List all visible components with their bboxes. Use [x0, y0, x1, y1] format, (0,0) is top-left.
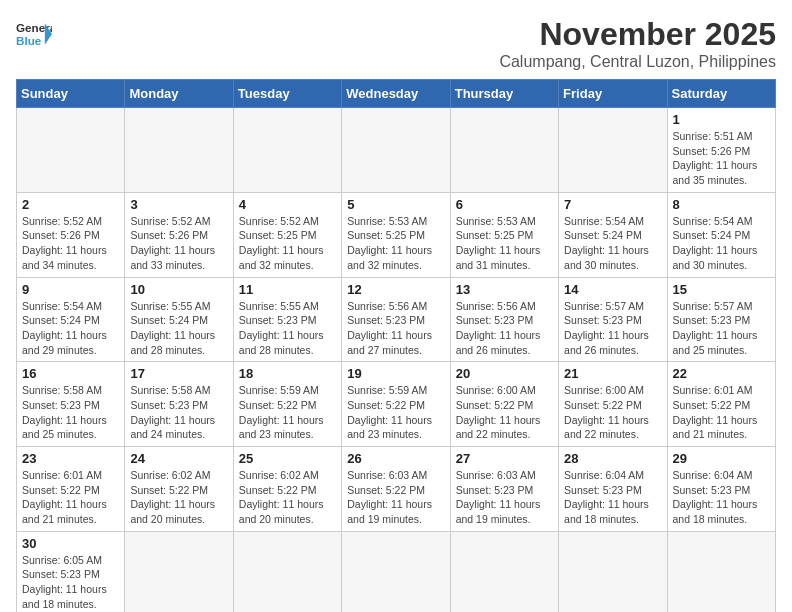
calendar-cell [450, 108, 558, 193]
calendar-cell: 16Sunrise: 5:58 AM Sunset: 5:23 PM Dayli… [17, 362, 125, 447]
day-number: 26 [347, 451, 444, 466]
day-number: 15 [673, 282, 770, 297]
calendar-cell: 8Sunrise: 5:54 AM Sunset: 5:24 PM Daylig… [667, 192, 775, 277]
day-info: Sunrise: 6:03 AM Sunset: 5:22 PM Dayligh… [347, 468, 444, 527]
header: General Blue November 2025 Calumpang, Ce… [16, 16, 776, 71]
calendar-cell: 18Sunrise: 5:59 AM Sunset: 5:22 PM Dayli… [233, 362, 341, 447]
calendar-cell: 4Sunrise: 5:52 AM Sunset: 5:25 PM Daylig… [233, 192, 341, 277]
title-area: November 2025 Calumpang, Central Luzon, … [499, 16, 776, 71]
calendar-cell: 26Sunrise: 6:03 AM Sunset: 5:22 PM Dayli… [342, 447, 450, 532]
day-info: Sunrise: 6:01 AM Sunset: 5:22 PM Dayligh… [22, 468, 119, 527]
day-info: Sunrise: 6:03 AM Sunset: 5:23 PM Dayligh… [456, 468, 553, 527]
calendar-cell [125, 108, 233, 193]
day-number: 25 [239, 451, 336, 466]
weekday-header-wednesday: Wednesday [342, 80, 450, 108]
logo-icon: General Blue [16, 16, 52, 52]
day-info: Sunrise: 6:00 AM Sunset: 5:22 PM Dayligh… [564, 383, 661, 442]
day-info: Sunrise: 5:54 AM Sunset: 5:24 PM Dayligh… [673, 214, 770, 273]
calendar-cell [342, 531, 450, 612]
day-info: Sunrise: 6:04 AM Sunset: 5:23 PM Dayligh… [673, 468, 770, 527]
calendar-cell: 22Sunrise: 6:01 AM Sunset: 5:22 PM Dayli… [667, 362, 775, 447]
calendar-cell: 7Sunrise: 5:54 AM Sunset: 5:24 PM Daylig… [559, 192, 667, 277]
day-number: 14 [564, 282, 661, 297]
day-info: Sunrise: 5:58 AM Sunset: 5:23 PM Dayligh… [130, 383, 227, 442]
weekday-header-thursday: Thursday [450, 80, 558, 108]
day-info: Sunrise: 5:54 AM Sunset: 5:24 PM Dayligh… [564, 214, 661, 273]
day-number: 21 [564, 366, 661, 381]
calendar-cell: 28Sunrise: 6:04 AM Sunset: 5:23 PM Dayli… [559, 447, 667, 532]
calendar-week-5: 23Sunrise: 6:01 AM Sunset: 5:22 PM Dayli… [17, 447, 776, 532]
location-title: Calumpang, Central Luzon, Philippines [499, 53, 776, 71]
day-number: 28 [564, 451, 661, 466]
day-info: Sunrise: 5:55 AM Sunset: 5:24 PM Dayligh… [130, 299, 227, 358]
calendar-cell [17, 108, 125, 193]
day-info: Sunrise: 5:53 AM Sunset: 5:25 PM Dayligh… [347, 214, 444, 273]
day-number: 23 [22, 451, 119, 466]
weekday-header: SundayMondayTuesdayWednesdayThursdayFrid… [17, 80, 776, 108]
calendar: SundayMondayTuesdayWednesdayThursdayFrid… [16, 79, 776, 612]
calendar-week-1: 1Sunrise: 5:51 AM Sunset: 5:26 PM Daylig… [17, 108, 776, 193]
calendar-cell: 17Sunrise: 5:58 AM Sunset: 5:23 PM Dayli… [125, 362, 233, 447]
day-info: Sunrise: 5:56 AM Sunset: 5:23 PM Dayligh… [456, 299, 553, 358]
day-number: 1 [673, 112, 770, 127]
day-info: Sunrise: 6:00 AM Sunset: 5:22 PM Dayligh… [456, 383, 553, 442]
weekday-header-sunday: Sunday [17, 80, 125, 108]
day-number: 13 [456, 282, 553, 297]
day-number: 29 [673, 451, 770, 466]
logo: General Blue [16, 16, 52, 52]
day-info: Sunrise: 5:52 AM Sunset: 5:25 PM Dayligh… [239, 214, 336, 273]
calendar-cell [233, 531, 341, 612]
day-number: 30 [22, 536, 119, 551]
calendar-cell [342, 108, 450, 193]
day-number: 7 [564, 197, 661, 212]
day-info: Sunrise: 6:02 AM Sunset: 5:22 PM Dayligh… [239, 468, 336, 527]
day-info: Sunrise: 5:59 AM Sunset: 5:22 PM Dayligh… [239, 383, 336, 442]
day-info: Sunrise: 5:54 AM Sunset: 5:24 PM Dayligh… [22, 299, 119, 358]
calendar-cell: 21Sunrise: 6:00 AM Sunset: 5:22 PM Dayli… [559, 362, 667, 447]
day-info: Sunrise: 5:51 AM Sunset: 5:26 PM Dayligh… [673, 129, 770, 188]
calendar-week-2: 2Sunrise: 5:52 AM Sunset: 5:26 PM Daylig… [17, 192, 776, 277]
calendar-cell [559, 531, 667, 612]
month-title: November 2025 [499, 16, 776, 53]
day-number: 19 [347, 366, 444, 381]
day-number: 8 [673, 197, 770, 212]
weekday-header-saturday: Saturday [667, 80, 775, 108]
calendar-week-3: 9Sunrise: 5:54 AM Sunset: 5:24 PM Daylig… [17, 277, 776, 362]
day-info: Sunrise: 5:57 AM Sunset: 5:23 PM Dayligh… [673, 299, 770, 358]
day-info: Sunrise: 6:01 AM Sunset: 5:22 PM Dayligh… [673, 383, 770, 442]
day-number: 22 [673, 366, 770, 381]
calendar-week-4: 16Sunrise: 5:58 AM Sunset: 5:23 PM Dayli… [17, 362, 776, 447]
calendar-cell: 9Sunrise: 5:54 AM Sunset: 5:24 PM Daylig… [17, 277, 125, 362]
day-number: 17 [130, 366, 227, 381]
calendar-cell: 29Sunrise: 6:04 AM Sunset: 5:23 PM Dayli… [667, 447, 775, 532]
calendar-cell: 10Sunrise: 5:55 AM Sunset: 5:24 PM Dayli… [125, 277, 233, 362]
calendar-cell: 30Sunrise: 6:05 AM Sunset: 5:23 PM Dayli… [17, 531, 125, 612]
calendar-cell: 11Sunrise: 5:55 AM Sunset: 5:23 PM Dayli… [233, 277, 341, 362]
day-number: 20 [456, 366, 553, 381]
day-number: 16 [22, 366, 119, 381]
weekday-header-monday: Monday [125, 80, 233, 108]
day-info: Sunrise: 5:52 AM Sunset: 5:26 PM Dayligh… [130, 214, 227, 273]
day-number: 4 [239, 197, 336, 212]
day-info: Sunrise: 5:57 AM Sunset: 5:23 PM Dayligh… [564, 299, 661, 358]
svg-text:Blue: Blue [16, 34, 42, 47]
calendar-cell [125, 531, 233, 612]
day-info: Sunrise: 5:53 AM Sunset: 5:25 PM Dayligh… [456, 214, 553, 273]
calendar-cell: 25Sunrise: 6:02 AM Sunset: 5:22 PM Dayli… [233, 447, 341, 532]
calendar-cell: 13Sunrise: 5:56 AM Sunset: 5:23 PM Dayli… [450, 277, 558, 362]
day-info: Sunrise: 6:05 AM Sunset: 5:23 PM Dayligh… [22, 553, 119, 612]
calendar-cell: 2Sunrise: 5:52 AM Sunset: 5:26 PM Daylig… [17, 192, 125, 277]
calendar-cell [667, 531, 775, 612]
calendar-cell: 23Sunrise: 6:01 AM Sunset: 5:22 PM Dayli… [17, 447, 125, 532]
day-number: 5 [347, 197, 444, 212]
day-number: 9 [22, 282, 119, 297]
day-number: 3 [130, 197, 227, 212]
day-number: 12 [347, 282, 444, 297]
day-info: Sunrise: 6:04 AM Sunset: 5:23 PM Dayligh… [564, 468, 661, 527]
calendar-cell: 1Sunrise: 5:51 AM Sunset: 5:26 PM Daylig… [667, 108, 775, 193]
calendar-cell: 15Sunrise: 5:57 AM Sunset: 5:23 PM Dayli… [667, 277, 775, 362]
day-info: Sunrise: 5:59 AM Sunset: 5:22 PM Dayligh… [347, 383, 444, 442]
day-number: 27 [456, 451, 553, 466]
calendar-cell: 20Sunrise: 6:00 AM Sunset: 5:22 PM Dayli… [450, 362, 558, 447]
calendar-cell: 24Sunrise: 6:02 AM Sunset: 5:22 PM Dayli… [125, 447, 233, 532]
